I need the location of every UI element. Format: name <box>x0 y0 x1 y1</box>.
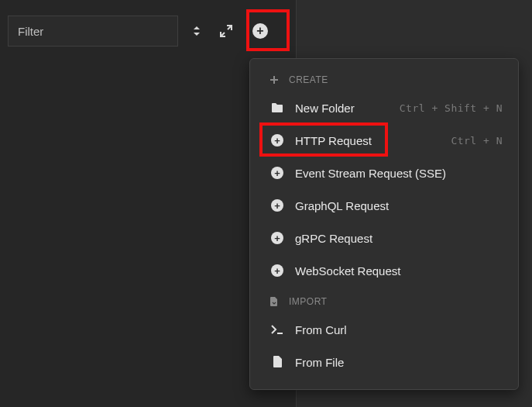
section-create-label: CREATE <box>289 74 328 85</box>
import-icon <box>267 295 281 309</box>
menu-item-graphql-request[interactable]: + GraphQL Request <box>250 189 518 222</box>
add-button[interactable]: + <box>249 20 271 42</box>
menu-item-label: From Curl <box>295 323 503 336</box>
menu-item-sse-request[interactable]: + Event Stream Request (SSE) <box>250 157 518 189</box>
menu-item-label: gRPC Request <box>295 232 503 245</box>
file-import-icon <box>270 355 284 369</box>
section-import-label: IMPORT <box>289 296 327 307</box>
plus-circle-icon: + <box>252 23 268 39</box>
expand-button[interactable] <box>215 20 237 42</box>
section-header-import: IMPORT <box>250 287 518 313</box>
section-header-create: CREATE <box>250 65 518 91</box>
sidebar-toolbar: + <box>8 16 271 47</box>
create-dropdown: CREATE New Folder Ctrl + Shift + N + HTT… <box>249 58 519 390</box>
menu-item-from-curl[interactable]: From Curl <box>250 313 518 346</box>
terminal-icon <box>270 322 284 336</box>
menu-item-label: Event Stream Request (SSE) <box>295 167 503 180</box>
menu-item-shortcut: Ctrl + N <box>451 135 503 147</box>
menu-item-label: GraphQL Request <box>295 199 503 212</box>
plus-circle-icon: + <box>270 133 284 147</box>
menu-item-grpc-request[interactable]: + gRPC Request <box>250 222 518 254</box>
plus-circle-icon: + <box>270 231 284 245</box>
menu-item-shortcut: Ctrl + Shift + N <box>400 102 503 114</box>
plus-circle-icon: + <box>270 198 284 212</box>
sort-button[interactable] <box>186 20 208 42</box>
menu-item-label: HTTP Request <box>295 134 440 147</box>
menu-item-label: From File <box>295 356 503 369</box>
menu-item-websocket-request[interactable]: + WebSocket Request <box>250 254 518 287</box>
expand-icon <box>220 25 232 37</box>
sort-icon <box>190 25 203 37</box>
folder-icon <box>270 101 284 115</box>
menu-item-from-file[interactable]: From File <box>250 346 518 378</box>
menu-item-http-request[interactable]: + HTTP Request Ctrl + N <box>250 124 518 157</box>
filter-input[interactable] <box>8 16 178 47</box>
menu-item-label: WebSocket Request <box>295 264 503 278</box>
plus-icon <box>267 73 281 87</box>
menu-item-label: New Folder <box>295 102 389 115</box>
menu-item-new-folder[interactable]: New Folder Ctrl + Shift + N <box>250 91 518 124</box>
plus-circle-icon: + <box>270 264 284 278</box>
plus-circle-icon: + <box>270 166 284 180</box>
